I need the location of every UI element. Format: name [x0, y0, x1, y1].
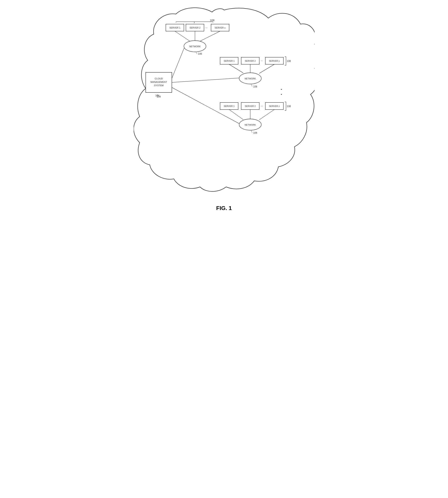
svg-text:106: 106	[253, 131, 257, 134]
svg-text:SERVER 2: SERVER 2	[245, 105, 256, 107]
svg-text:SERVER z: SERVER z	[269, 105, 280, 107]
svg-line-11	[175, 31, 190, 41]
svg-text:SERVER 1: SERVER 1	[224, 60, 234, 62]
svg-text:NETWORK: NETWORK	[189, 45, 201, 48]
svg-text:SERVER 2: SERVER 2	[245, 60, 256, 62]
svg-text:NETWORK: NETWORK	[244, 77, 256, 80]
svg-text:NETWORK: NETWORK	[244, 124, 256, 126]
svg-line-13	[200, 31, 220, 41]
svg-text:SERVER 1: SERVER 1	[224, 105, 234, 107]
svg-text:108: 108	[287, 60, 291, 63]
svg-text:···: ···	[205, 26, 208, 29]
svg-text:104: 104	[157, 95, 161, 98]
svg-text:···: ···	[260, 104, 263, 108]
svg-line-34	[259, 64, 274, 73]
page-container: 108 SERVER 1 SERVER 2 ··· SERVER x NETWO…	[134, 4, 315, 211]
svg-text:•: •	[281, 93, 282, 96]
figure-caption: FIG. 1	[216, 205, 232, 211]
diagram-svg: 108 SERVER 1 SERVER 2 ··· SERVER x NETWO…	[134, 4, 315, 195]
svg-text:SERVER 2: SERVER 2	[189, 27, 200, 29]
svg-line-32	[229, 64, 243, 73]
svg-line-21	[172, 48, 184, 78]
svg-text:CLOUD: CLOUD	[155, 77, 163, 80]
svg-line-49	[229, 110, 243, 120]
svg-text:MANAGEMENT: MANAGEMENT	[150, 81, 167, 83]
svg-text:SERVER x: SERVER x	[215, 27, 225, 29]
svg-text:···: ···	[260, 59, 263, 62]
svg-text:SYSTEM: SYSTEM	[154, 84, 163, 87]
svg-text:SERVER 1: SERVER 1	[169, 27, 180, 29]
svg-text:SERVER y: SERVER y	[269, 60, 280, 62]
svg-text:106: 106	[253, 85, 257, 88]
svg-text:108: 108	[210, 19, 214, 22]
diagram-area: 108 SERVER 1 SERVER 2 ··· SERVER x NETWO…	[134, 4, 315, 195]
svg-line-38	[172, 78, 239, 82]
svg-text:108: 108	[287, 105, 291, 108]
svg-line-15	[196, 52, 197, 54]
svg-text:•: •	[281, 88, 282, 91]
svg-line-51	[259, 110, 274, 120]
svg-text:106: 106	[198, 52, 202, 55]
